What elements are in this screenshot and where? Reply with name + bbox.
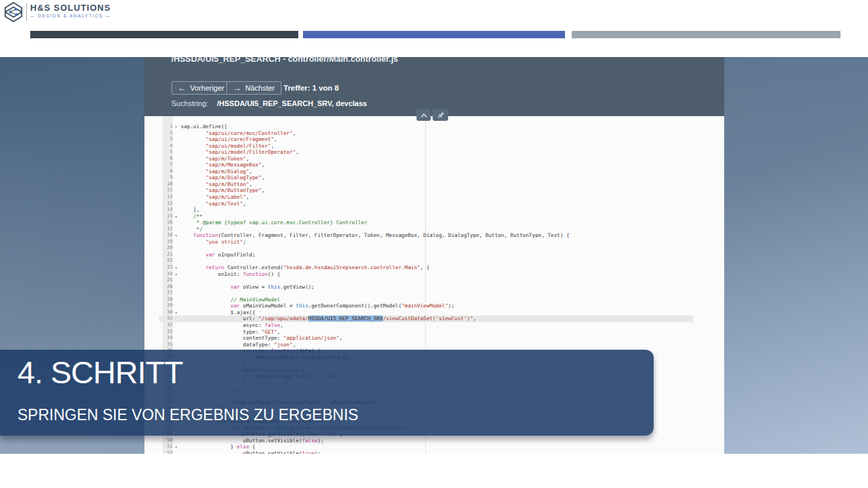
step-title: 4. SCHRITT [17,355,183,390]
code-line: 26 var oView = this.getView(); [159,284,693,291]
code-line: 19 "use strict"; [159,239,693,246]
code-line: 3 "sap/ui/core/Fragment", [159,136,693,143]
code-line: 23▾ return Controller.extend("hssda.de.h… [159,264,693,271]
previous-button-label: Vorheriger [190,84,224,92]
code-line: 29 var oMainViewModel = this.getOwnerCom… [159,303,693,309]
search-string-label: Suchstring: [171,99,208,107]
code-line: 2 "sap/ui/core/mvc/Controller", [159,130,693,137]
code-line: 52 oButton.setVisible(true); [159,450,693,454]
step-banner: 4. SCHRITT SPRINGEN SIE VON ERGEBNIS ZU … [0,350,654,436]
code-line: 7 "sap/m/MessageBox", [159,162,693,168]
code-line: 1▾sap.ui.define([ [159,124,693,130]
code-line: 14 ], [159,207,693,213]
code-line: 16 * @param {typeof sap.ui.core.mvc.Cont… [159,219,693,226]
code-line: 18▾ function(Controller, Fragment, Filte… [159,232,693,239]
code-line: 21 var oInputField; [159,252,693,258]
next-button-label: Nächster [245,84,275,92]
step-subtitle: SPRINGEN SIE VON ERGEBNIS ZU ERGEBNIS [17,406,358,424]
code-line: 30▾ $.ajax({ [159,309,693,316]
collapse-header-button[interactable] [417,109,431,121]
code-line: 28 // MainViewModel [159,297,693,303]
code-line: 50 oButton.setVisible(false); [159,438,693,444]
code-line: 5 "sap/ui/model/FilterOperator", [159,149,693,156]
chevron-up-icon [420,113,428,118]
pin-header-button[interactable] [433,109,448,121]
code-line: 6 "sap/m/Token", [159,156,693,162]
code-line: 27 [159,290,693,297]
company-logo: H&S SOLUTIONS — DESIGN & ANALYTICS — [3,2,111,22]
decor-bar-blue [303,31,565,38]
code-line: 22 [159,258,693,264]
hit-counter: Treffer: 1 von 8 [284,84,339,92]
bottom-band [0,454,868,488]
code-line: 4 "sap/ui/model/Filter", [159,143,693,150]
code-line: 34 contentType: "application/json", [159,335,693,342]
code-line: 8 "sap/m/Dialog", [159,168,693,175]
code-line: 13 "sap/m/Text", [159,201,693,207]
code-line: 32 async: false, [159,322,693,329]
code-line: 17 */ [159,226,693,233]
code-line: 51▾ } else { [159,444,693,450]
code-line: 10 "sap/m/Button", [159,181,693,188]
next-result-button[interactable]: → Nächster [226,81,281,95]
code-line: 12 "sap/m/Label", [159,194,693,201]
code-line: 33 type: "GET", [159,329,693,336]
window-title: /HSSDA/UI5_REP_SEARCH - controller/Main.… [171,57,398,64]
decor-bar-gray [572,31,840,38]
company-tagline: — DESIGN & ANALYTICS — [30,13,111,18]
previous-result-button[interactable]: ← Vorheriger [171,81,231,95]
code-line: 11 "sap/m/ButtonType", [159,187,693,194]
arrow-right-icon: → [233,84,241,92]
code-line: 35 dataType: "json", [159,342,693,348]
pin-icon [437,111,445,119]
arrow-left-icon: ← [178,84,186,92]
search-string-row: Suchstring:/HSSDA/UI5_REP_SEARCH_SRV, de… [171,99,367,107]
code-line: 15▾ /** [159,213,693,220]
code-line: 9 "sap/m/DialogType", [159,175,693,181]
decor-bar-dark [30,31,298,38]
code-line: 25 [159,277,693,284]
code-line: 20 [159,245,693,252]
top-band: H&S SOLUTIONS — DESIGN & ANALYTICS — [0,0,868,57]
hexagon-network-icon [3,2,24,22]
search-string-value: /HSSDA/UI5_REP_SEARCH_SRV, devclass [217,99,367,107]
code-line: 31 url: "/sap/opu/odata/HSSDA/UI5_REP_SE… [159,315,693,322]
window-header: /HSSDA/UI5_REP_SEARCH - controller/Main.… [144,57,724,116]
code-line: 24▾ onInit: function() { [159,271,693,278]
logo-divider [26,3,27,21]
company-name: H&S SOLUTIONS [30,3,111,12]
